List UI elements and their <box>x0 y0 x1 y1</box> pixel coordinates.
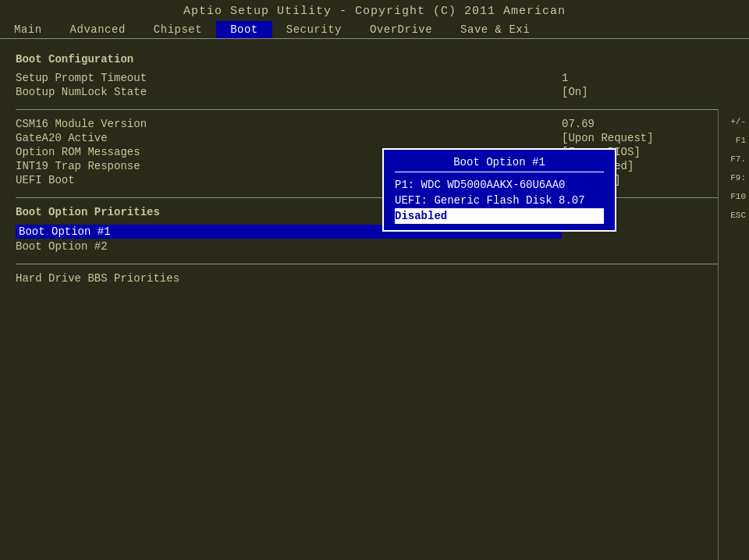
section-title-boot-priorities: Boot Option Priorities <box>16 206 733 218</box>
row-uefi-boot: UEFI Boot [Enabled] <box>16 174 733 186</box>
title-text: Aptio Setup Utility - Copyright (C) 2011… <box>183 5 566 18</box>
row-option-rom: Option ROM Messages [Force BIOS] <box>16 146 733 158</box>
label-boot-option-2[interactable]: Boot Option #2 <box>16 240 562 253</box>
value-gatea20: [Upon Request] <box>562 132 733 144</box>
title-bar: Aptio Setup Utility - Copyright (C) 2011… <box>0 0 749 19</box>
nav-chipset[interactable]: Chipset <box>140 21 216 38</box>
value-setup-prompt: 1 <box>562 72 733 84</box>
nav-boot[interactable]: Boot <box>216 21 272 38</box>
nav-save-exit[interactable]: Save & Exi <box>446 21 544 38</box>
main-content: Boot Configuration Setup Prompt Timeout … <box>0 39 749 560</box>
section-csm: CSM16 Module Version 07.69 GateA20 Activ… <box>16 118 733 186</box>
popup-option-1[interactable]: P1: WDC WD5000AAKX-60U6AA0 <box>395 177 604 193</box>
label-gatea20: GateA20 Active <box>16 132 562 144</box>
popup-option-2[interactable]: UEFI: Generic Flash Disk 8.07 <box>395 193 604 208</box>
row-boot-option-2[interactable]: Boot Option #2 <box>16 240 733 253</box>
left-panel: Boot Configuration Setup Prompt Timeout … <box>0 39 749 560</box>
row-numlock: Bootup NumLock State [On] <box>16 86 733 98</box>
shortcut-f1: F1 <box>736 136 746 145</box>
popup-title: Boot Option #1 <box>395 156 604 172</box>
shortcut-f10: F10 <box>730 192 746 201</box>
label-hdd-bbs[interactable]: Hard Drive BBS Priorities <box>16 272 733 285</box>
row-setup-prompt: Setup Prompt Timeout 1 <box>16 72 733 84</box>
nav-bar: Main Advanced Chipset Boot Security Over… <box>0 19 749 39</box>
section-title-boot-config: Boot Configuration <box>16 53 733 66</box>
nav-security[interactable]: Security <box>272 21 356 38</box>
row-csm16: CSM16 Module Version 07.69 <box>16 118 733 130</box>
nav-overdrive[interactable]: OverDrive <box>356 21 446 38</box>
label-numlock: Bootup NumLock State <box>16 86 562 98</box>
value-csm16: 07.69 <box>562 118 733 130</box>
row-hdd-bbs[interactable]: Hard Drive BBS Priorities <box>16 272 733 285</box>
label-csm16: CSM16 Module Version <box>16 118 562 130</box>
boot-option-popup[interactable]: Boot Option #1 P1: WDC WD5000AAKX-60U6AA… <box>382 148 616 232</box>
nav-advanced[interactable]: Advanced <box>56 21 140 38</box>
section-boot-priorities: Boot Option Priorities Boot Option #1 Bo… <box>16 206 733 253</box>
value-numlock: [On] <box>562 86 733 98</box>
row-gatea20: GateA20 Active [Upon Request] <box>16 132 733 144</box>
nav-main[interactable]: Main <box>0 21 56 38</box>
bios-screen: Aptio Setup Utility - Copyright (C) 2011… <box>0 0 749 560</box>
shortcut-f9: F9: <box>730 173 746 183</box>
label-setup-prompt: Setup Prompt Timeout <box>16 72 562 84</box>
popup-option-3[interactable]: Disabled <box>395 208 604 224</box>
shortcut-plusminus: +/- <box>730 117 746 126</box>
section-boot-config: Boot Configuration Setup Prompt Timeout … <box>16 53 733 98</box>
row-boot-option-1[interactable]: Boot Option #1 <box>16 225 733 239</box>
section-hdd-bbs: Hard Drive BBS Priorities <box>16 272 733 285</box>
shortcut-esc: ESC <box>730 211 746 220</box>
row-int19: INT19 Trap Response [Postponed] <box>16 160 733 172</box>
shortcuts-panel: +/- F1 F7. F9: F10 ESC <box>718 109 749 560</box>
shortcut-f7: F7. <box>730 154 746 164</box>
